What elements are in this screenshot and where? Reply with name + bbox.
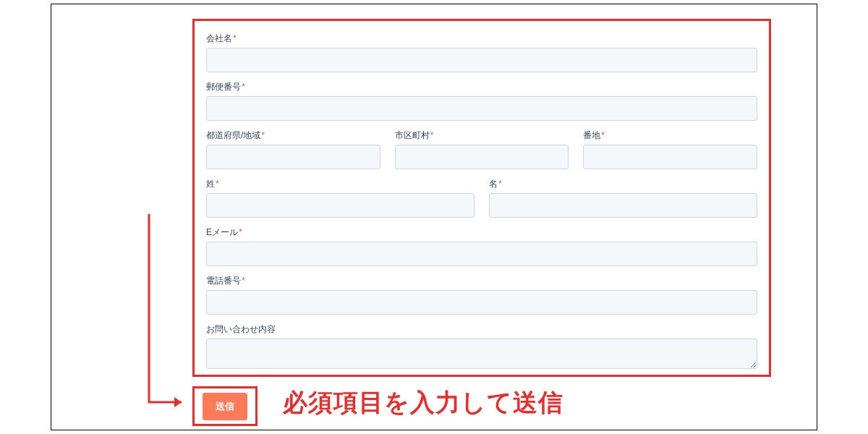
inquiry-label: お問い合わせ内容 <box>206 323 757 336</box>
prefecture-label: 都道府県/地域* <box>206 129 380 142</box>
email-label: Eメール* <box>206 226 757 239</box>
screenshot-frame: 会社名* 郵便番号* 都道府県/地域* 市区町村* <box>51 4 817 430</box>
field-email: Eメール* <box>206 226 757 266</box>
field-postal: 郵便番号* <box>206 81 757 121</box>
street-input[interactable] <box>583 145 757 169</box>
postal-label: 郵便番号* <box>206 81 757 93</box>
city-label: 市区町村* <box>395 129 569 142</box>
field-lastname: 姓* <box>206 178 475 218</box>
row-address: 都道府県/地域* 市区町村* 番地* <box>206 129 757 169</box>
prefecture-input[interactable] <box>206 145 380 169</box>
field-city: 市区町村* <box>395 129 569 169</box>
submit-button[interactable]: 送信 <box>203 393 247 420</box>
lastname-label: 姓* <box>206 178 475 190</box>
submit-highlight-box: 送信 <box>192 386 258 426</box>
field-street: 番地* <box>583 129 757 169</box>
phone-input[interactable] <box>206 290 757 315</box>
lastname-input[interactable] <box>206 193 475 218</box>
postal-input[interactable] <box>206 96 757 121</box>
field-firstname: 名* <box>489 178 757 218</box>
firstname-input[interactable] <box>489 193 757 218</box>
row-name: 姓* 名* <box>206 178 757 218</box>
form-highlight-box: 会社名* 郵便番号* 都道府県/地域* 市区町村* <box>192 19 771 377</box>
email-input[interactable] <box>206 242 757 266</box>
company-label: 会社名* <box>206 33 757 45</box>
arrow-icon <box>145 214 189 409</box>
instruction-text: 必須項目を入力して送信 <box>283 386 563 420</box>
inquiry-textarea[interactable] <box>206 339 757 369</box>
firstname-label: 名* <box>489 178 757 190</box>
field-company: 会社名* <box>206 33 757 72</box>
city-input[interactable] <box>395 145 569 169</box>
street-label: 番地* <box>583 129 757 142</box>
field-prefecture: 都道府県/地域* <box>206 129 380 169</box>
field-inquiry: お問い合わせ内容 <box>206 323 757 372</box>
phone-label: 電話番号* <box>206 275 757 287</box>
company-input[interactable] <box>206 48 757 72</box>
field-phone: 電話番号* <box>206 275 757 315</box>
